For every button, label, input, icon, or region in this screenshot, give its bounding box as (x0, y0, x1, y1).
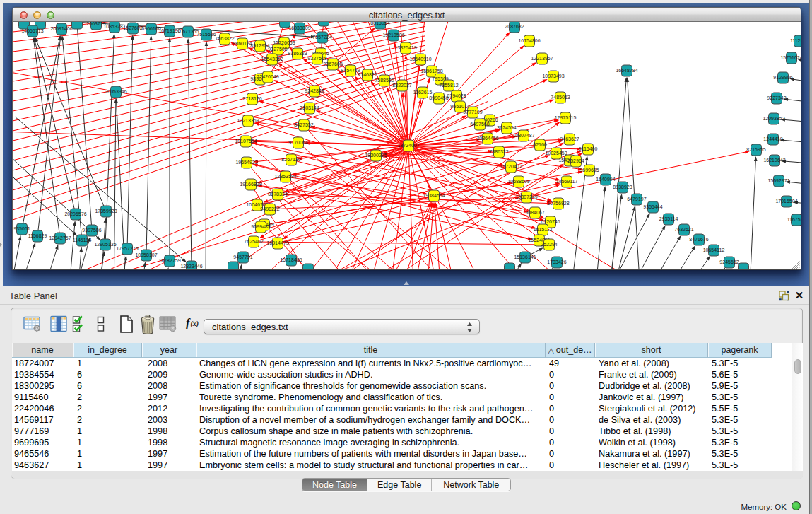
graph-node[interactable]: 6479197 (627, 194, 646, 205)
table-row[interactable]: 1830029562008Estimation of significance … (12, 380, 792, 392)
column-header-year[interactable]: year (142, 343, 196, 358)
graph-node[interactable]: 12353594 (274, 171, 296, 182)
column-header-title[interactable]: title (196, 343, 546, 358)
graph-node[interactable]: 7485063 (551, 92, 570, 103)
graph-node[interactable]: 2803144 (300, 103, 319, 114)
graph-node[interactable]: 15751024 (780, 52, 801, 64)
graph-node[interactable]: 6794028 (447, 90, 466, 102)
graph-node[interactable]: 9699695 (579, 165, 599, 176)
network-table-select[interactable]: citations_edges.txt (204, 319, 480, 334)
tab-network-table[interactable]: Network Table (432, 479, 510, 491)
graph-node[interactable]: 9129906 (773, 72, 792, 83)
graph-node[interactable]: 7632621 (674, 224, 693, 235)
toolbar-table-mode-button[interactable] (23, 315, 42, 337)
graph-node[interactable]: 17359928 (95, 206, 117, 217)
graph-node[interactable]: 19654923 (235, 157, 257, 168)
float-window-icon[interactable] (779, 291, 789, 301)
graph-node[interactable]: 16210643 (763, 155, 785, 166)
graph-node[interactable] (72, 22, 83, 29)
graph-node[interactable]: 8813054 (370, 22, 389, 29)
table-row[interactable]: 911546021997Tourette syndrome. Phenomeno… (12, 392, 792, 403)
graph-node[interactable]: 8427552 (294, 119, 313, 131)
table-row[interactable]: 2242004622012Investigating the contribut… (12, 403, 792, 414)
graph-node[interactable]: 8267130 (281, 154, 300, 165)
graph-node[interactable]: 8990456 (429, 93, 448, 104)
graph-node[interactable]: 1640994 (596, 174, 615, 185)
tab-node-table[interactable]: Node Table (302, 479, 367, 491)
graph-node[interactable]: 10807487 (512, 130, 534, 141)
column-header-in_degree[interactable]: in_degree (73, 343, 142, 358)
network-canvas[interactable]: 2063719140557132069140610853287152760269… (12, 22, 801, 270)
graph-node[interactable] (505, 263, 515, 270)
column-header-name[interactable]: name (12, 343, 73, 358)
graph-node[interactable]: 8822037 (392, 80, 411, 91)
graph-node[interactable]: 1527602 (123, 23, 142, 34)
graph-node[interactable]: 19166829 (240, 179, 261, 190)
graph-node[interactable]: 20691406 (50, 23, 72, 35)
graph-node[interactable]: 9245652 (719, 257, 739, 268)
graph-node[interactable]: 12905135 (94, 239, 116, 250)
table-row[interactable]: 977716911998Corpus callosum shape and si… (12, 426, 792, 437)
table-row[interactable]: 1456911722003Disruption of a novel membe… (12, 414, 792, 426)
graph-node[interactable]: 8938923 (613, 182, 632, 193)
graph-node[interactable]: 12213369 (237, 115, 259, 127)
graph-node[interactable]: 8471676 (689, 234, 708, 245)
graph-node[interactable]: 14569117 (556, 176, 578, 187)
graph-node[interactable]: 10654112 (703, 245, 725, 256)
graph-node[interactable]: 2935114 (659, 214, 678, 225)
window-resize-grip[interactable] (791, 260, 800, 269)
graph-node[interactable]: 2087682 (505, 22, 524, 33)
graph-node[interactable] (228, 262, 239, 270)
graph-node[interactable] (303, 264, 314, 270)
toolbar-select-all-button[interactable] (72, 315, 88, 337)
graph-node[interactable]: 16154806 (518, 35, 540, 47)
toolbar-new-column-button[interactable] (119, 315, 134, 337)
vertical-scrollbar[interactable] (792, 343, 803, 471)
column-header-pagerank[interactable]: pagerank (708, 343, 772, 358)
toolbar-delete-table-button[interactable] (159, 315, 177, 336)
splitter-collapse-icon[interactable] (404, 281, 409, 285)
graph-node[interactable]: 12942757 (49, 233, 71, 244)
graph-node[interactable]: 1167531 (787, 214, 801, 226)
graph-node[interactable] (319, 22, 329, 26)
table-row[interactable]: 946362711997Embryonic stem cells: a mode… (12, 460, 792, 471)
graph-node[interactable]: 12975115 (555, 112, 577, 124)
graph-node[interactable]: 12323446 (180, 261, 202, 270)
toolbar-show-columns-button[interactable] (50, 315, 68, 337)
scrollbar-thumb[interactable] (794, 359, 801, 374)
table-row[interactable]: 1872400712008Changes of HCN gene express… (12, 358, 792, 369)
graph-node[interactable]: 1733426 (547, 257, 566, 268)
graph-node[interactable]: 9355444 (643, 201, 662, 213)
graph-node[interactable]: 8215955 (746, 144, 765, 156)
table-row[interactable]: 969969511998Structural magnetic resonanc… (12, 437, 792, 448)
graph-node[interactable]: 16648784 (616, 65, 637, 76)
graph-node[interactable]: 2718126 (242, 93, 261, 105)
graph-node[interactable] (739, 263, 749, 270)
tab-edge-table[interactable]: Edge Table (367, 479, 432, 491)
graph-node[interactable]: 1156829 (28, 230, 47, 242)
graph-node[interactable]: 10756928 (547, 198, 569, 209)
left-splitter-handle-icon[interactable] (0, 241, 2, 248)
graph-node[interactable]: 12093852 (763, 113, 784, 124)
close-panel-icon[interactable]: ✕ (794, 290, 804, 300)
graph-node[interactable]: 15692971 (767, 175, 789, 187)
table-row[interactable]: 1938455462009Genome-wide association stu… (12, 369, 792, 380)
toolbar-clear-selection-button[interactable] (97, 315, 105, 336)
graph-node[interactable]: 3624554 (497, 122, 516, 134)
column-header-short[interactable]: short (595, 343, 708, 358)
table-row[interactable]: 946554611997Estimation of the future num… (12, 448, 792, 460)
graph-node[interactable]: 1244419 (763, 134, 782, 145)
graph-node[interactable]: 7857224 (312, 32, 331, 43)
graph-node[interactable]: 12213967 (531, 53, 553, 64)
window-titlebar[interactable]: citations_edges.txt (12, 7, 801, 22)
graph-node[interactable]: 9227342 (767, 93, 786, 104)
toolbar-function-builder-button[interactable]: f (x) (185, 315, 203, 333)
graph-node[interactable]: 16782759 (158, 255, 180, 267)
graph-node[interactable]: 1112977 (790, 35, 801, 47)
graph-node[interactable]: 15718485 (280, 255, 302, 266)
toolbar-delete-column-button[interactable] (139, 315, 156, 337)
graph-node[interactable]: 17016504 (775, 196, 797, 207)
column-header-out_de[interactable]: △out_de… (546, 343, 595, 358)
graph-node[interactable]: 8912954 (250, 40, 269, 52)
graph-node[interactable]: 62160 (533, 139, 547, 151)
